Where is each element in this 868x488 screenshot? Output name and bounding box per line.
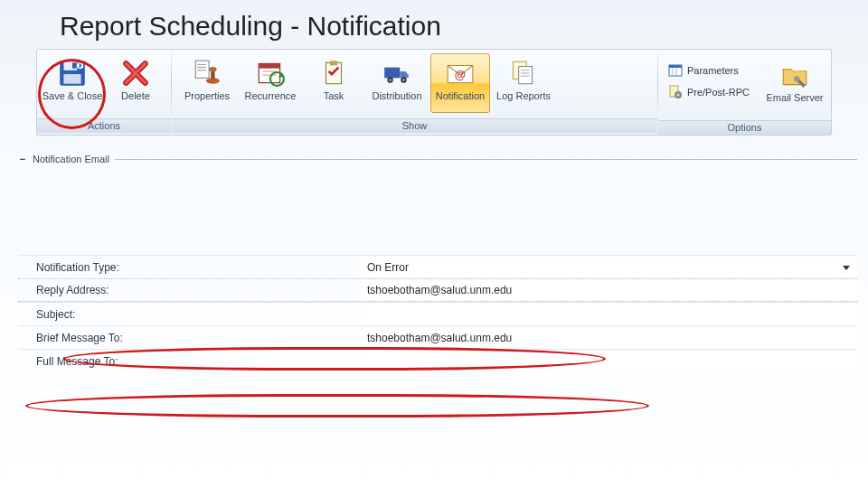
svg-rect-5 [195, 61, 209, 78]
label-brief-message-to: Brief Message To: [18, 332, 362, 344]
svg-rect-19 [384, 68, 400, 79]
svg-point-38 [794, 76, 799, 81]
svg-point-37 [676, 94, 679, 97]
label-subject: Subject: [18, 308, 362, 321]
annotation-circle-brief [25, 394, 649, 418]
distribution-label: Distribution [372, 91, 421, 102]
recurrence-calendar-icon [255, 58, 286, 89]
folder-wrench-icon [779, 60, 810, 90]
svg-point-11 [209, 67, 217, 71]
full-message-to-input[interactable] [362, 352, 857, 371]
label-notification-type: Notification Type: [18, 261, 362, 274]
parameters-label: Parameters [687, 65, 739, 76]
distribution-button[interactable]: Distribution [367, 53, 427, 113]
script-gear-icon [667, 84, 684, 100]
task-clipboard-icon [318, 58, 349, 89]
notification-panel: Notification Email Notification Type: On… [18, 154, 857, 372]
section-header-rule [115, 159, 857, 160]
row-full-message-to: Full Message To: [18, 349, 857, 372]
subject-input[interactable] [362, 305, 857, 324]
svg-rect-2 [63, 74, 80, 84]
section-header-text: Notification Email [33, 154, 109, 164]
email-server-button[interactable]: Email Server [764, 55, 826, 115]
properties-button[interactable]: Properties [177, 53, 237, 113]
svg-rect-32 [669, 65, 682, 68]
task-label: Task [324, 91, 344, 102]
properties-label: Properties [184, 91, 230, 102]
email-server-label: Email Server [767, 93, 824, 104]
reply-address-input[interactable] [362, 280, 857, 300]
properties-stamp-icon [192, 58, 222, 89]
row-subject: Subject: [18, 302, 857, 325]
brief-message-to-input[interactable] [362, 328, 857, 348]
parameters-button[interactable]: Parameters [665, 61, 755, 80]
notification-email-icon: @ [445, 58, 476, 89]
log-reports-button[interactable]: Log Reports [494, 53, 553, 113]
task-button[interactable]: Task [304, 53, 363, 113]
section-header[interactable]: Notification Email [18, 154, 857, 164]
page-title: Report Scheduling - Notification [0, 0, 868, 49]
svg-point-4 [76, 61, 84, 70]
group-label-actions: Actions [37, 118, 171, 133]
notification-button[interactable]: @ Notification [430, 53, 490, 113]
ribbon: Save & Close Delete Actions [36, 49, 832, 136]
group-label-options: Options [658, 120, 831, 135]
row-notification-type: Notification Type: On Error [18, 255, 857, 278]
pre-post-rpc-button[interactable]: Pre/Post-RPC [665, 82, 755, 102]
svg-rect-27 [519, 67, 533, 84]
label-reply-address: Reply Address: [18, 284, 362, 296]
notification-type-select[interactable]: On Error [362, 258, 857, 277]
svg-rect-3 [72, 62, 76, 68]
delete-label: Delete [121, 91, 150, 102]
svg-point-23 [402, 79, 405, 81]
truck-icon [382, 58, 412, 89]
svg-point-22 [389, 79, 392, 81]
recurrence-button[interactable]: Recurrence [241, 53, 300, 113]
pre-post-rpc-label: Pre/Post-RPC [687, 87, 750, 98]
delete-button[interactable]: Delete [106, 53, 165, 113]
row-reply-address: Reply Address: [18, 278, 857, 302]
svg-rect-13 [259, 63, 279, 68]
svg-text:@: @ [455, 68, 466, 81]
log-reports-label: Log Reports [496, 91, 551, 102]
floppy-disk-icon [57, 58, 88, 89]
save-close-button[interactable]: Save & Close [42, 53, 102, 113]
parameters-grid-icon [667, 62, 684, 79]
group-label-show: Show [172, 118, 657, 133]
notification-label: Notification [436, 91, 485, 102]
delete-x-icon [120, 58, 151, 89]
row-brief-message-to: Brief Message To: [18, 325, 857, 349]
label-full-message-to: Full Message To: [18, 355, 362, 368]
notification-form: Notification Type: On Error Reply Addres… [18, 255, 857, 372]
log-reports-icon [508, 58, 539, 89]
svg-rect-18 [330, 61, 338, 65]
recurrence-label: Recurrence [245, 91, 297, 102]
save-close-label: Save & Close [42, 91, 103, 102]
